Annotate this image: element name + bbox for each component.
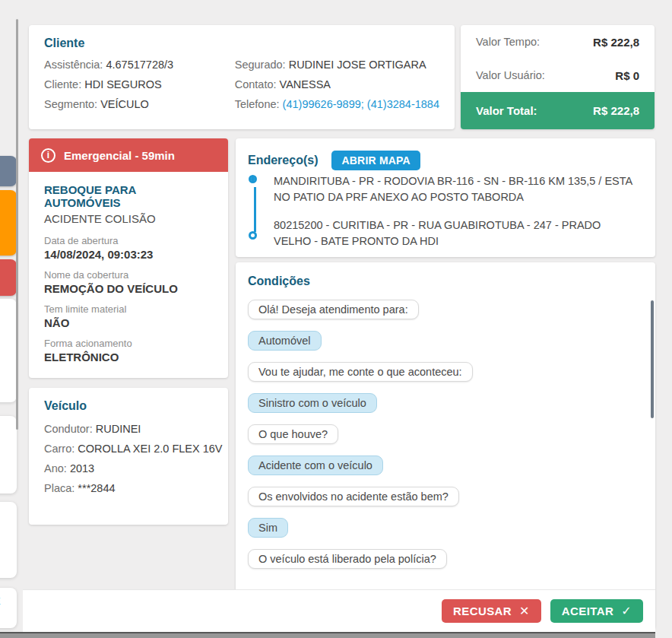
driver-field: Condutor: RUDINEI — [44, 423, 213, 435]
chat-message-bot: O veículo está liberado pela polícia? — [248, 549, 447, 569]
open-map-button[interactable]: ABRIR MAPA — [331, 151, 420, 170]
billing-label: Valor Tempo: — [476, 36, 540, 48]
field-value: RUDINEI JOSE ORTIGARA — [289, 59, 426, 71]
accept-button[interactable]: ACEITAR ✓ — [550, 599, 643, 623]
field-value: HDI SEGUROS — [84, 78, 162, 90]
address-header: Endereço(s) ABRIR MAPA — [248, 151, 643, 170]
client-fields-right: Segurado: RUDINEI JOSE ORTIGARA Contato:… — [235, 59, 439, 118]
chat-message-user: Automóvel — [248, 331, 322, 351]
field-value: 2013 — [70, 462, 94, 475]
bottom-window-edge — [0, 632, 655, 638]
chat-message-user: Sim — [248, 518, 288, 538]
route-line — [254, 187, 256, 232]
urgency-badge: i Emergencial - 59min — [29, 138, 228, 172]
billing-label: Valor Usuário: — [476, 69, 545, 81]
insured-field: Segurado: RUDINEI JOSE ORTIGARA — [235, 59, 439, 71]
close-icon: ✕ — [519, 604, 530, 618]
info-icon: i — [41, 148, 55, 163]
address-card-title: Endereço(s) — [248, 154, 318, 167]
edge-list-chip-slate[interactable] — [0, 156, 17, 186]
billing-row-time: Valor Tempo: R$ 222,8 — [461, 25, 655, 59]
client-field: Cliente: HDI SEGUROS — [44, 78, 235, 90]
assistance-field: Assistência: 4.67517728/3 — [44, 59, 235, 71]
plate-field: Placa: ***2844 — [44, 482, 213, 494]
phone-link[interactable]: (41)99626-9899; (41)3284-1884 — [283, 98, 439, 110]
segment-field: Segmento: VEÍCULO — [44, 98, 235, 110]
service-type: ACIDENTE COLISÃO — [44, 212, 213, 225]
detail-open-date: Data de abertura 14/08/2024, 09:03:23 — [44, 235, 213, 261]
field-value: 4.67517728/3 — [106, 59, 173, 71]
field-value: RUDINEI — [96, 423, 141, 435]
contact-field: Contato: VANESSA — [235, 78, 439, 90]
edge-list-chip-orange[interactable]: n — [0, 190, 17, 256]
origin-address: MANDIRITUBA - PR - RODOVIA BR-116 - SN -… — [274, 173, 637, 205]
field-value: ***2844 — [78, 482, 115, 494]
detail-trigger-form: Forma acionamento ELETRÔNICO — [44, 338, 213, 363]
client-fields-left: Assistência: 4.67517728/3 Cliente: HDI S… — [44, 59, 235, 118]
billing-card: Valor Tempo: R$ 222,8 Valor Usuário: R$ … — [461, 25, 655, 129]
edge-list-card[interactable]: n — [0, 502, 17, 578]
field-value: VEÍCULO — [100, 98, 149, 110]
detail-label: Data de abertura — [44, 235, 213, 246]
field-label: Segmento: — [44, 98, 97, 110]
reject-button-label: RECUSAR — [453, 605, 512, 617]
field-label: Ano: — [44, 462, 67, 475]
assistance-detail-page: n n n n E Cliente Assistência: 4.6751772… — [0, 0, 672, 638]
field-value: VANESSA — [280, 78, 331, 90]
urgency-badge-label: Emergencial - 59min — [64, 149, 175, 162]
chat-message-user: Acidente com o veículo — [248, 455, 383, 475]
accept-button-label: ACEITAR — [562, 605, 613, 617]
edge-list-card[interactable]: E — [0, 588, 17, 628]
phone-field: Telefone: (41)99626-9899; (41)3284-1884 — [235, 98, 439, 110]
chat-message-bot: Vou te ajudar, me conte o que aconteceu: — [248, 362, 473, 382]
page-scrollbar[interactable] — [16, 19, 18, 430]
chat-message-bot: Os envolvidos no acidente estão bem? — [248, 487, 459, 506]
client-card: Cliente Assistência: 4.67517728/3 Client… — [29, 25, 455, 129]
client-fields: Assistência: 4.67517728/3 Cliente: HDI S… — [44, 59, 439, 118]
field-label: Assistência: — [44, 59, 103, 71]
detail-value: REMOÇÃO DO VEÍCULO — [44, 282, 213, 295]
address-card: Endereço(s) ABRIR MAPA MANDIRITUBA - PR … — [236, 138, 655, 257]
billing-total-label: Valor Total: — [476, 104, 537, 117]
detail-coverage: Nome da cobertura REMOÇÃO DO VEÍCULO — [44, 269, 213, 295]
detail-label: Nome da cobertura — [44, 269, 213, 281]
field-value: COROLLA XEI 2.0 FLEX 16V — [78, 443, 222, 455]
edge-list-card[interactable]: n — [0, 416, 17, 494]
detail-value: ELETRÔNICO — [44, 351, 213, 363]
field-label: Carro: — [44, 443, 74, 455]
detail-label: Forma acionamento — [44, 338, 213, 349]
chat-scrollbar[interactable] — [651, 300, 654, 418]
edge-list-card[interactable]: n — [0, 299, 17, 402]
service-name: REBOQUE PARA AUTOMÓVEIS — [44, 183, 213, 209]
client-card-title: Cliente — [44, 37, 439, 50]
field-label: Cliente: — [44, 78, 81, 90]
detail-value: NÃO — [44, 316, 213, 329]
reject-button[interactable]: RECUSAR ✕ — [442, 599, 541, 623]
detail-material-limit: Tem limite material NÃO — [44, 303, 213, 329]
chat-message-user: Sinistro com o veículo — [248, 393, 377, 413]
edge-card-label: E — [0, 595, 1, 607]
field-label: Condutor: — [44, 423, 93, 435]
vehicle-card: Veículo Condutor: RUDINEI Carro: COROLLA… — [29, 388, 228, 525]
chat-message-bot: O que houve? — [248, 424, 338, 444]
chat-transcript: Olá! Deseja atendimento para: Automóvel … — [248, 300, 643, 569]
car-field: Carro: COROLLA XEI 2.0 FLEX 16V — [44, 443, 213, 455]
billing-value: R$ 222,8 — [593, 36, 639, 49]
billing-total-row: Valor Total: R$ 222,8 — [461, 92, 655, 129]
service-card: i Emergencial - 59min REBOQUE PARA AUTOM… — [29, 138, 228, 378]
destination-address: 80215200 - CURITIBA - PR - RUA GUABIROTU… — [274, 217, 637, 249]
field-label: Telefone: — [235, 98, 280, 110]
destination-marker-icon — [249, 231, 257, 240]
action-bar: RECUSAR ✕ ACEITAR ✓ — [23, 589, 655, 632]
service-details: REBOQUE PARA AUTOMÓVEIS ACIDENTE COLISÃO… — [29, 172, 228, 383]
field-label: Segurado: — [235, 59, 286, 71]
detail-value: 14/08/2024, 09:03:23 — [44, 248, 213, 261]
field-label: Placa: — [44, 482, 74, 494]
billing-row-user: Valor Usuário: R$ 0 — [461, 59, 655, 92]
field-label: Contato: — [235, 78, 277, 90]
detail-label: Tem limite material — [44, 303, 213, 315]
origin-marker-icon — [249, 175, 257, 183]
billing-value: R$ 0 — [615, 69, 639, 82]
edge-list-chip-red[interactable] — [0, 259, 17, 296]
chat-message-bot: Olá! Deseja atendimento para: — [248, 300, 419, 319]
